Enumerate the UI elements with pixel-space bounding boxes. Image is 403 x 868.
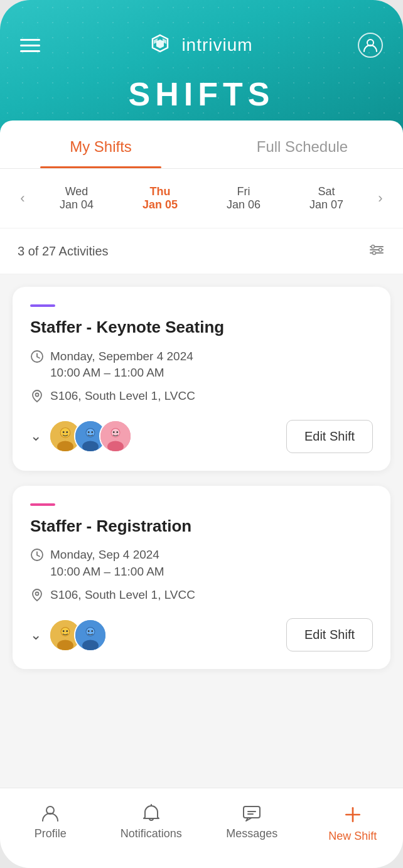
shift-footer-left-2: ⌄	[30, 619, 107, 651]
shift-location-2: S106, South Level 1, LVCC	[30, 587, 373, 604]
location-icon-2	[30, 588, 44, 602]
dates-row: Wed Jan 04 Thu Jan 05 Fri Jan 06 Sat Jan…	[35, 181, 368, 215]
nav-profile-label: Profile	[35, 827, 67, 840]
svg-point-5	[379, 249, 382, 252]
date-sat-num: Jan 07	[309, 198, 343, 212]
top-bar: intrivium	[0, 0, 403, 70]
svg-point-8	[36, 393, 39, 396]
nav-notifications-label: Notifications	[121, 827, 182, 840]
header: intrivium SHIFTS	[0, 0, 403, 133]
avatar-2b	[74, 619, 107, 651]
shift-datetime-1: Monday, Sepember 4 202410:00 AM – 11:00 …	[30, 348, 373, 382]
shift-title-1: Staffer - Keynote Seating	[30, 317, 373, 338]
nav-notifications[interactable]: Notifications	[101, 798, 202, 848]
shift-title-2: Staffer - Registration	[30, 516, 373, 537]
expand-shift-2[interactable]: ⌄	[30, 627, 41, 643]
svg-point-6	[373, 252, 376, 255]
activities-count: 3 of 27 Activities	[18, 244, 109, 259]
shift-location-text-2: S106, South Level 1, LVCC	[50, 587, 195, 604]
tabs-container: My Shifts Full Schedule ‹ Wed Jan 04 Thu…	[0, 121, 403, 274]
logo-icon	[145, 30, 175, 60]
svg-point-19	[88, 431, 90, 433]
nav-new-shift-label: New Shift	[328, 830, 377, 843]
expand-shift-1[interactable]: ⌄	[30, 428, 41, 444]
svg-point-39	[88, 630, 90, 632]
date-wed-num: Jan 04	[60, 198, 94, 212]
prev-date-arrow[interactable]: ‹	[10, 186, 35, 211]
clock-icon-2	[30, 548, 44, 562]
date-wed-day: Wed	[60, 185, 94, 198]
avatars-1	[49, 420, 132, 453]
clock-icon-1	[30, 350, 44, 363]
tab-my-shifts[interactable]: My Shifts	[0, 121, 202, 168]
svg-point-13	[63, 431, 65, 433]
svg-point-34	[66, 630, 68, 632]
edit-shift-1-button[interactable]: Edit Shift	[286, 420, 373, 453]
avatar-1c	[99, 420, 132, 453]
phone-container: intrivium SHIFTS My Shifts Full Schedule…	[0, 0, 403, 868]
date-thu[interactable]: Thu Jan 05	[135, 181, 185, 215]
filter-icon[interactable]	[368, 241, 385, 261]
shift-footer-2: ⌄	[30, 618, 373, 651]
nav-new-shift[interactable]: New Shift	[303, 798, 404, 848]
logo-text: intrivium	[181, 35, 252, 55]
date-fri-num: Jan 06	[227, 198, 261, 212]
shift-card-2: Staffer - Registration Monday, Sep 4 202…	[13, 486, 390, 670]
svg-point-40	[91, 630, 93, 632]
shift-footer-left-1: ⌄	[30, 420, 132, 453]
date-wed[interactable]: Wed Jan 04	[52, 181, 101, 215]
shift-accent-2	[30, 503, 55, 506]
date-picker: ‹ Wed Jan 04 Thu Jan 05 Fri Jan 06 Sat J…	[0, 169, 403, 228]
user-icon	[362, 37, 379, 53]
person-icon	[40, 803, 60, 823]
avatars-2	[49, 619, 107, 651]
shift-footer-1: ⌄	[30, 420, 373, 453]
date-thu-num: Jan 05	[142, 198, 178, 212]
date-sat-day: Sat	[309, 185, 343, 198]
edit-shift-2-button[interactable]: Edit Shift	[286, 618, 373, 651]
date-fri[interactable]: Fri Jan 06	[219, 181, 268, 215]
shift-location-text-1: S106, South Level 1, LVCC	[50, 388, 195, 405]
nav-profile[interactable]: Profile	[0, 798, 101, 848]
plus-icon	[341, 803, 364, 826]
next-date-arrow[interactable]: ›	[368, 186, 393, 211]
date-fri-day: Fri	[227, 185, 261, 198]
shifts-content: Staffer - Keynote Seating Monday, Sepemb…	[0, 274, 403, 788]
location-icon-1	[30, 389, 44, 403]
svg-point-33	[63, 630, 65, 632]
nav-messages[interactable]: Messages	[202, 798, 303, 848]
nav-messages-label: Messages	[226, 827, 277, 840]
svg-point-25	[113, 431, 115, 433]
date-sat[interactable]: Sat Jan 07	[302, 181, 351, 215]
activities-bar: 3 of 27 Activities	[0, 228, 403, 274]
hamburger-menu[interactable]	[20, 39, 40, 52]
tab-full-schedule[interactable]: Full Schedule	[202, 121, 403, 168]
bell-icon	[141, 803, 161, 823]
tabs: My Shifts Full Schedule	[0, 121, 403, 169]
shift-location-1: S106, South Level 1, LVCC	[30, 388, 373, 405]
svg-point-4	[372, 245, 375, 249]
svg-point-14	[66, 431, 68, 433]
svg-point-20	[91, 431, 93, 433]
logo-area: intrivium	[145, 30, 252, 60]
shift-accent-1	[30, 304, 55, 307]
shift-card-1: Staffer - Keynote Seating Monday, Sepemb…	[13, 287, 390, 471]
svg-point-26	[116, 431, 118, 433]
shift-datetime-2: Monday, Sep 4 202410:00 AM – 11:00 AM	[30, 547, 373, 580]
profile-icon-header[interactable]	[358, 33, 383, 58]
bottom-nav: Profile Notifications Messages	[0, 788, 403, 868]
chat-icon	[242, 803, 262, 823]
svg-point-28	[36, 592, 39, 595]
date-thu-day: Thu	[142, 185, 178, 198]
